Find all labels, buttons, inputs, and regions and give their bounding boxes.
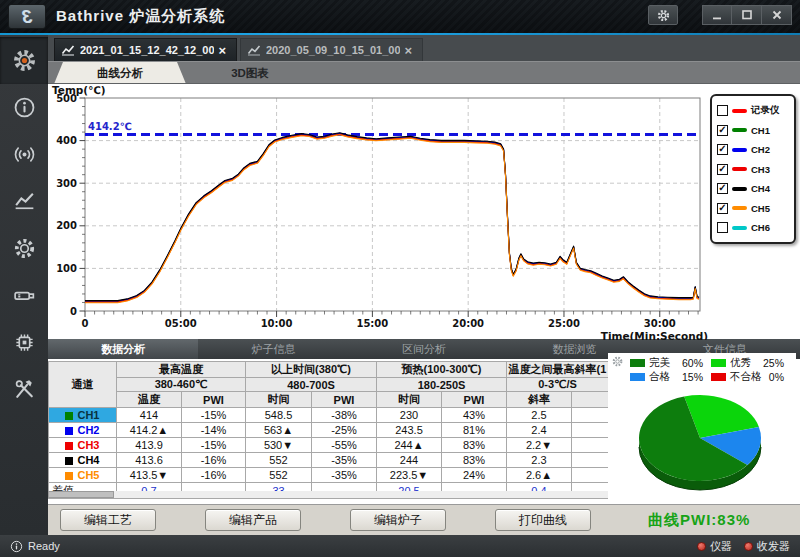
scrollbar-thumb[interactable] — [48, 491, 114, 498]
svg-text:30:00: 30:00 — [644, 318, 676, 329]
close-button[interactable] — [762, 5, 792, 25]
sidebar-item-chip[interactable] — [0, 319, 48, 366]
table-row[interactable]: CH4413.6-16%552-35%24483%2.3 — [49, 453, 609, 468]
legend-color-swatch — [732, 148, 747, 152]
data-cell — [572, 438, 609, 453]
channel-cell[interactable]: CH5 — [49, 468, 117, 483]
pie-legend-item-不合格: 不合格0% — [711, 370, 792, 384]
legend-item-CH1: ✓CH1 — [717, 121, 790, 141]
sidebar-item-config[interactable] — [0, 225, 48, 272]
data-cell: 2.4 — [507, 423, 572, 438]
tab-interval-analysis[interactable]: 区间分析 — [349, 339, 499, 359]
pie-settings-gear-icon[interactable] — [611, 355, 624, 368]
data-cell: -14% — [182, 423, 246, 438]
data-cell: 414 — [117, 408, 182, 423]
data-cell: 244 — [377, 453, 442, 468]
col-header-channel: 通道 — [49, 362, 117, 408]
data-cell: -35% — [312, 468, 377, 483]
sidebar-item-info[interactable] — [0, 84, 48, 131]
tab-curve-analysis[interactable]: 曲线分析 — [54, 62, 186, 84]
legend-checkbox[interactable] — [717, 105, 728, 116]
doc-tab-1[interactable]: 2021_01_15_12_42_12_00 × — [54, 38, 237, 61]
statusbar: Ready 仪器 收发器 — [0, 535, 800, 557]
table-row[interactable]: CH1414-15%548.5-38%23043%2.5 — [49, 408, 609, 423]
sidebar-item-recorder[interactable] — [0, 272, 48, 319]
data-cell: 223.5▼ — [377, 468, 442, 483]
data-cell: 83% — [442, 453, 507, 468]
data-cell: 413.5▼ — [117, 468, 182, 483]
edit-process-button[interactable]: 编辑工艺 — [60, 509, 156, 531]
legend-color-swatch — [732, 109, 747, 113]
data-cell: 83% — [442, 438, 507, 453]
signal-icon — [12, 142, 37, 167]
maximize-button[interactable] — [732, 5, 762, 25]
svg-text:100: 100 — [56, 263, 77, 274]
titlebar-settings-button[interactable] — [648, 5, 678, 25]
channel-cell[interactable]: CH1 — [49, 408, 117, 423]
group-preheat: 预热(100-300℃) — [377, 362, 507, 378]
group-max-temp: 最高温度 — [117, 362, 246, 378]
data-cell: 81% — [442, 423, 507, 438]
sidebar-item-settings[interactable] — [0, 37, 48, 84]
channel-color-square — [65, 457, 73, 465]
table-row[interactable]: CH3413.9-15%530▼-55%244▲83%2.2▼ — [49, 438, 609, 453]
table-row[interactable]: CH5413.5▼-16%552-35%223.5▼24%2.6▲ — [49, 468, 609, 483]
status-text: Ready — [28, 540, 60, 552]
tab-furnace-info[interactable]: 炉子信息 — [198, 339, 348, 359]
legend-checkbox[interactable]: ✓ — [717, 203, 728, 214]
tab-data-analysis[interactable]: 数据分析 — [48, 339, 198, 359]
svg-text:0: 0 — [70, 306, 77, 317]
channel-cell[interactable]: CH3 — [49, 438, 117, 453]
sidebar-item-curve[interactable] — [0, 178, 48, 225]
pie-legend-swatch — [630, 373, 645, 381]
data-cell: -16% — [182, 453, 246, 468]
sidebar-item-tools[interactable] — [0, 366, 48, 413]
pie-legend-label: 完美 — [649, 356, 670, 370]
edit-furnace-button[interactable]: 编辑炉子 — [350, 509, 446, 531]
minimize-icon — [711, 9, 723, 21]
table-hscrollbar[interactable] — [48, 491, 608, 498]
table-row[interactable]: CH2414.2▲-14%563▲-25%243.581%2.4 — [49, 423, 609, 438]
legend-checkbox[interactable] — [717, 222, 728, 233]
maximize-icon — [741, 9, 753, 21]
channel-cell[interactable]: CH4 — [49, 453, 117, 468]
data-cell: 2.5 — [507, 408, 572, 423]
legend-checkbox[interactable]: ✓ — [717, 125, 728, 136]
channel-cell[interactable]: CH2 — [49, 423, 117, 438]
print-curve-button[interactable]: 打印曲线 — [495, 509, 591, 531]
legend-label: CH2 — [751, 144, 770, 155]
legend-checkbox[interactable]: ✓ — [717, 144, 728, 155]
svg-text:20:00: 20:00 — [452, 318, 484, 329]
data-cell: -35% — [312, 453, 377, 468]
svg-text:300: 300 — [56, 178, 77, 189]
instrument-status-dot — [697, 542, 706, 551]
legend-color-swatch — [732, 187, 747, 191]
footer-button-bar: 编辑工艺 编辑产品 编辑炉子 打印曲线 曲线PWI:83% — [48, 504, 800, 535]
doc-tab-2[interactable]: 2020_05_09_10_15_01_00 × — [240, 38, 423, 61]
tab-close-icon[interactable]: × — [400, 43, 416, 58]
data-cell: 530▼ — [246, 438, 312, 453]
pwi-pie-panel: 完美60%优秀25%合格15%不合格0% — [608, 353, 796, 504]
edit-product-button[interactable]: 编辑产品 — [205, 509, 301, 531]
tab-close-icon[interactable]: × — [214, 43, 230, 58]
sidebar-item-wireless[interactable] — [0, 131, 48, 178]
legend-label: CH3 — [751, 164, 770, 175]
legend-checkbox[interactable]: ✓ — [717, 183, 728, 194]
tab-3d-chart[interactable]: 3D图表 — [186, 62, 314, 84]
minimize-button[interactable] — [702, 5, 732, 25]
legend-color-swatch — [732, 128, 747, 132]
app-logo-icon: 3 — [8, 4, 46, 29]
data-cell — [572, 423, 609, 438]
legend-color-swatch — [732, 167, 747, 171]
chip-icon — [12, 330, 37, 355]
analysis-table: 通道 最高温度 以上时间(380℃) 预热(100-300℃) 温度之间最高斜率… — [48, 361, 609, 499]
chart-legend: 记录仪✓CH1✓CH2✓CH3✓CH4✓CH5CH6 — [710, 94, 796, 244]
curve-tab-icon — [247, 45, 261, 56]
curve-tab-icon — [61, 45, 75, 56]
svg-text:0: 0 — [82, 318, 89, 329]
legend-checkbox[interactable]: ✓ — [717, 164, 728, 175]
data-cell — [572, 408, 609, 423]
svg-text:10:00: 10:00 — [261, 318, 293, 329]
legend-item-CH2: ✓CH2 — [717, 140, 790, 160]
legend-item-CH3: ✓CH3 — [717, 160, 790, 180]
